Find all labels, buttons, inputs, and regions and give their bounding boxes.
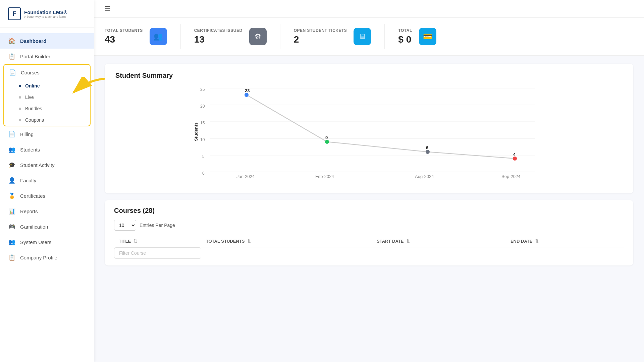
dot-coupons (19, 119, 21, 121)
gamification-icon: 🎮 (8, 223, 15, 230)
svg-text:Jan-2024: Jan-2024 (236, 174, 255, 179)
sidebar-label-dashboard: Dashboard (20, 38, 46, 44)
svg-text:15: 15 (200, 121, 205, 125)
billing-icon: 📄 (8, 130, 15, 138)
svg-text:Feb-2024: Feb-2024 (315, 174, 334, 179)
sidebar-label-reports: Reports (20, 208, 38, 214)
hamburger-menu[interactable]: ☰ (105, 5, 111, 13)
sidebar-label-courses: Courses (21, 70, 40, 75)
student-summary-chart: 0 5 10 15 20 25 Students (115, 85, 623, 179)
stat-value-certificates: 13 (194, 34, 243, 45)
col-header-end-date[interactable]: END DATE ⇅ (506, 235, 624, 247)
sidebar-label-certificates: Certificates (20, 193, 45, 199)
sidebar-subitem-coupons[interactable]: Coupons (4, 114, 90, 126)
sidebar-subitem-online[interactable]: Online (4, 80, 90, 92)
company-profile-icon: 📋 (8, 254, 15, 261)
col-header-start-date[interactable]: START DATE ⇅ (372, 235, 506, 247)
svg-text:0: 0 (202, 171, 205, 176)
courses-section: Courses (28) 10 25 50 100 Entries Per Pa… (105, 200, 633, 265)
top-bar: ☰ (94, 0, 644, 18)
col-end-date-label: END DATE (511, 239, 532, 244)
sidebar-label-company-profile: Company Profile (20, 255, 57, 260)
chart-point-jan (245, 93, 249, 97)
svg-text:25: 25 (200, 87, 205, 92)
chart-title: Student Summary (115, 72, 623, 79)
stat-info-total-students: TOTAL STUDENTS 43 (105, 28, 143, 45)
stats-row: TOTAL STUDENTS 43 👥 CERTIFICATES ISSUED … (94, 18, 644, 56)
col-header-total-students[interactable]: TOTAL STUDENTS ⇅ (201, 235, 372, 247)
svg-text:4: 4 (513, 152, 516, 157)
courses-title: Courses (28) (114, 207, 624, 215)
courses-table: TITLE ⇅ TOTAL STUDENTS ⇅ START DATE ⇅ EN… (114, 235, 624, 259)
stat-label-total-students: TOTAL STUDENTS (105, 28, 143, 33)
sidebar-item-students[interactable]: 👥 Students (0, 142, 94, 157)
entries-per-page-select[interactable]: 10 25 50 100 (114, 220, 136, 231)
col-total-students-label: TOTAL STUDENTS (206, 239, 245, 244)
svg-text:Sep-2024: Sep-2024 (501, 174, 520, 179)
chart-container: 0 5 10 15 20 25 Students (115, 85, 623, 185)
main-content: ☰ TOTAL STUDENTS 43 👥 CERTIFICATES ISSUE… (94, 0, 644, 362)
svg-text:9: 9 (325, 135, 328, 140)
chart-point-sep (513, 157, 517, 161)
sidebar-item-company-profile[interactable]: 📋 Company Profile (0, 250, 94, 265)
sort-icon-end-date[interactable]: ⇅ (535, 239, 539, 244)
logo-title: Foundation LMS® (24, 9, 67, 15)
stat-card-revenue: TOTAL $ 0 💳 (398, 24, 449, 49)
stat-label-certificates: CERTIFICATES ISSUED (194, 28, 243, 33)
sidebar-label-billing: Billing (20, 131, 34, 137)
sidebar: F Foundation LMS® A better way to teach … (0, 0, 94, 362)
sidebar-label-faculty: Faculty (20, 178, 36, 183)
stat-card-total-students: TOTAL STUDENTS 43 👥 (105, 24, 181, 49)
stat-value-tickets: 2 (294, 34, 347, 45)
stat-info-certificates: CERTIFICATES ISSUED 13 (194, 28, 243, 45)
col-start-date-label: START DATE (377, 239, 404, 244)
stat-icon-total-students: 👥 (150, 28, 167, 45)
sidebar-item-faculty[interactable]: 👤 Faculty (0, 173, 94, 188)
svg-text:5: 5 (202, 154, 205, 159)
courses-controls: 10 25 50 100 Entries Per Page (114, 220, 624, 231)
col-header-title[interactable]: TITLE ⇅ (114, 235, 201, 247)
chart-point-aug (426, 150, 430, 154)
sidebar-sublabel-bundles: Bundles (25, 106, 42, 111)
sidebar-item-gamification[interactable]: 🎮 Gamification (0, 219, 94, 234)
student-activity-icon: 🎓 (8, 161, 15, 169)
svg-text:Students: Students (194, 122, 199, 141)
home-icon: 🏠 (8, 37, 15, 45)
filter-row (114, 247, 624, 259)
sidebar-subitem-bundles[interactable]: Bundles (4, 103, 90, 114)
stat-icon-tickets: 🖥 (354, 28, 371, 45)
sidebar-item-courses[interactable]: 📄 Courses (4, 65, 90, 80)
courses-icon: 📄 (9, 69, 16, 76)
stat-info-revenue: TOTAL $ 0 (398, 28, 412, 45)
sidebar-label-gamification: Gamification (20, 224, 48, 230)
sidebar-item-dashboard[interactable]: 🏠 Dashboard (0, 33, 94, 49)
sidebar-sublabel-online: Online (25, 83, 40, 88)
stat-value-total-students: 43 (105, 34, 143, 45)
sidebar-item-certificates[interactable]: 🏅 Certificates (0, 188, 94, 203)
sidebar-item-reports[interactable]: 📊 Reports (0, 203, 94, 219)
sidebar-logo: F Foundation LMS® A better way to teach … (0, 0, 94, 28)
dot-online (19, 85, 21, 87)
svg-text:20: 20 (200, 104, 205, 109)
stat-label-tickets: OPEN STUDENT TICKETS (294, 28, 347, 33)
sidebar-subitem-live[interactable]: Live (4, 92, 90, 103)
chart-point-feb (325, 140, 329, 144)
stat-card-tickets: OPEN STUDENT TICKETS 2 🖥 (294, 24, 385, 49)
sort-icon-title[interactable]: ⇅ (133, 239, 137, 244)
faculty-icon: 👤 (8, 177, 15, 184)
sort-icon-start-date[interactable]: ⇅ (406, 239, 410, 244)
sidebar-label-student-activity: Student Activity (20, 162, 55, 168)
dot-live (19, 96, 21, 99)
sidebar-item-student-activity[interactable]: 🎓 Student Activity (0, 157, 94, 173)
filter-course-input[interactable] (114, 247, 201, 259)
students-icon: 👥 (8, 146, 15, 153)
stat-icon-certificates: ⚙ (249, 28, 267, 45)
system-users-icon: 👥 (8, 238, 15, 246)
sidebar-item-system-users[interactable]: 👥 System Users (0, 234, 94, 250)
sidebar-item-billing[interactable]: 📄 Billing (0, 126, 94, 142)
svg-text:Aug-2024: Aug-2024 (415, 174, 434, 179)
sort-icon-total-students[interactable]: ⇅ (247, 239, 251, 244)
chart-section: Student Summary 0 5 10 15 20 25 Students (105, 64, 633, 193)
reports-icon: 📊 (8, 207, 15, 215)
sidebar-item-portal-builder[interactable]: 📋 Portal Builder (0, 49, 94, 64)
